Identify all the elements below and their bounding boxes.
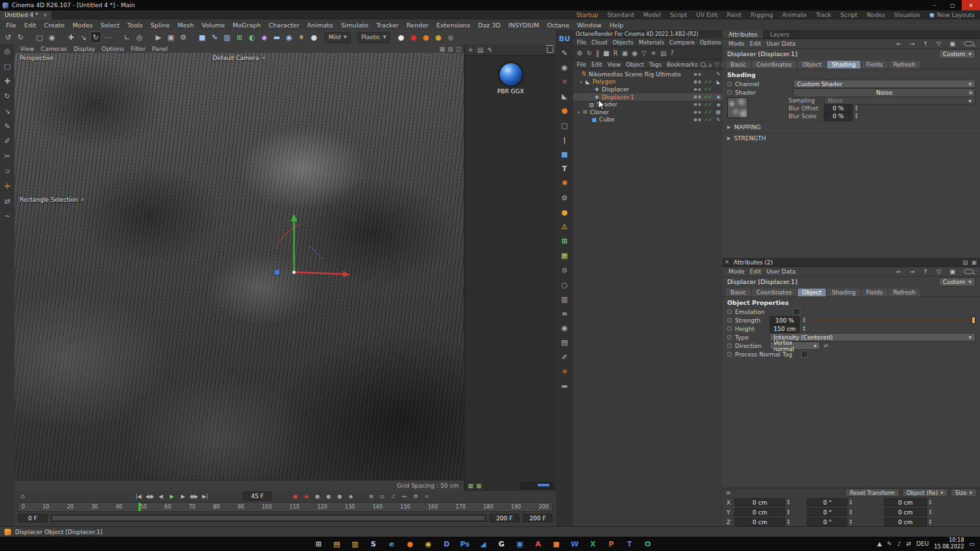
tag-icons[interactable]: ✎ xyxy=(713,71,721,77)
mograph-green-icon[interactable]: ⊞ xyxy=(559,236,570,247)
render-view-icon[interactable]: ▶ xyxy=(153,31,164,43)
play-button[interactable]: ▶ xyxy=(167,492,176,501)
office-icon[interactable]: ■ xyxy=(550,538,563,550)
user-data-menu[interactable]: User Data xyxy=(764,268,798,275)
toggle-view-icon[interactable]: ◫ xyxy=(455,46,461,52)
stepper-icon[interactable]: ▲▼ xyxy=(803,326,805,332)
ruler-icon[interactable]: ◣ xyxy=(559,91,570,102)
blur-scale-field[interactable]: 0 % xyxy=(824,112,853,121)
object-name-label[interactable]: Shader xyxy=(596,101,617,108)
menu-item[interactable]: Window xyxy=(573,22,605,29)
editor-visibility-dot[interactable] xyxy=(694,73,697,76)
axis-band-tool-icon[interactable]: ✛ xyxy=(2,181,12,191)
preset-mild-dropdown[interactable]: Mild▼ xyxy=(325,32,351,43)
lock-panel-icon[interactable]: ▣ xyxy=(947,268,958,275)
reset-transform-button[interactable]: Reset Transform xyxy=(845,488,900,497)
teams-icon[interactable]: T xyxy=(623,538,636,550)
octane-lightmixer-icon[interactable]: ☀ xyxy=(651,50,657,57)
octane-menu-item[interactable]: Options xyxy=(697,39,724,46)
coordinate-system-icon[interactable]: ◎ xyxy=(134,31,145,43)
zoom-tool-icon[interactable]: ◎ xyxy=(2,46,12,55)
redo-icon[interactable]: ↻ xyxy=(15,31,26,43)
selection-tool-icon[interactable]: ▢ xyxy=(34,31,45,43)
select-frame-tool-icon[interactable]: ▢ xyxy=(2,61,12,71)
menu-item[interactable]: Edit xyxy=(20,22,40,29)
view-projection-label[interactable]: Perspective xyxy=(20,55,54,61)
preset-plastic-dropdown[interactable]: Plastic▼ xyxy=(357,32,391,43)
attributes-tab[interactable]: Object xyxy=(798,289,826,296)
editor-visibility-dot[interactable] xyxy=(694,80,697,84)
editor-visibility-dot[interactable] xyxy=(694,111,697,114)
enable-check-icon[interactable]: ✓✓ xyxy=(702,79,711,85)
stepper-icon[interactable]: ▲▼ xyxy=(803,317,805,324)
powerpoint-icon[interactable]: P xyxy=(605,538,617,550)
layout-tab[interactable]: Paint xyxy=(723,12,746,18)
layout-tab[interactable]: Standard xyxy=(602,12,638,18)
attributes-tab[interactable]: Shading xyxy=(827,289,860,296)
viewport-menu-item[interactable]: Panel xyxy=(149,46,171,52)
object-name-label[interactable]: Displacer xyxy=(602,86,629,93)
add-material-icon[interactable]: + xyxy=(468,46,473,54)
octane-menu-item[interactable]: Cloud xyxy=(589,39,610,46)
clapper-icon[interactable]: ▬ xyxy=(559,381,570,392)
orange-ball-icon[interactable]: ● xyxy=(559,206,570,218)
size-field[interactable]: 0 cm xyxy=(884,518,927,526)
close-button[interactable]: ✕ xyxy=(962,0,980,10)
pen-icon[interactable]: ✎ xyxy=(887,541,892,547)
prev-key-button[interactable]: ◀◆ xyxy=(145,492,154,501)
folder-icon[interactable]: ▥ xyxy=(349,538,361,550)
motion-icon[interactable]: ≈ xyxy=(422,492,431,501)
attributes-tab[interactable]: Refresh xyxy=(889,289,920,296)
material-icon[interactable]: ● xyxy=(308,31,319,43)
attributes-tab[interactable]: Fields xyxy=(862,61,887,69)
collapsed-section-row[interactable]: ▶ STRENGTH xyxy=(723,133,980,144)
attributes-tab[interactable]: Refresh xyxy=(889,61,920,69)
record-rotation-icon[interactable]: ● xyxy=(335,492,344,501)
tag-icons[interactable]: ◈ xyxy=(713,102,721,108)
timeline-options-icon[interactable]: ⚙ xyxy=(411,492,420,501)
magnet-tool-icon[interactable]: ⊃ xyxy=(2,166,12,176)
firefox-icon[interactable]: ● xyxy=(404,538,416,550)
stepper-icon[interactable]: ▲▼ xyxy=(849,509,851,516)
viewport-menu-item[interactable]: Display xyxy=(70,46,98,52)
gear-icon[interactable]: ⚙ xyxy=(559,192,570,204)
param-dot-icon[interactable] xyxy=(727,326,732,331)
filter-icon[interactable]: ▽ xyxy=(934,268,944,275)
shader-preview-thumbnail[interactable] xyxy=(727,97,748,118)
mograph-icon[interactable]: ⊞ xyxy=(234,31,245,43)
enable-check-icon[interactable]: ✓✓ xyxy=(702,86,711,92)
slider-handle[interactable] xyxy=(972,317,975,324)
chart-icon[interactable]: ▥ xyxy=(559,293,570,305)
render-visibility-dot[interactable] xyxy=(698,88,702,91)
tray-expand-icon[interactable]: ▲ xyxy=(877,541,882,547)
octane-menu-item[interactable]: File xyxy=(574,39,589,46)
live-selection-icon[interactable]: ◉ xyxy=(46,31,57,43)
position-field[interactable]: 0 cm xyxy=(734,518,785,526)
stepper-icon[interactable]: ▲▼ xyxy=(787,499,789,506)
stepper-icon[interactable]: ▲▼ xyxy=(849,499,851,506)
back-icon[interactable]: ← xyxy=(894,40,904,47)
material-view-icon[interactable]: ▤ xyxy=(477,46,483,54)
process-normal-tag-checkbox[interactable] xyxy=(801,351,808,358)
dock-icon[interactable]: ▤ xyxy=(962,259,968,266)
attributes-tab[interactable]: Basic xyxy=(726,289,751,296)
filter-icon[interactable]: ▽ xyxy=(715,61,719,68)
four-view-icon[interactable]: ▤ xyxy=(448,46,453,52)
enable-check-icon[interactable]: ✓✓ xyxy=(702,94,711,100)
camera-menu-icon[interactable]: ≡ xyxy=(262,55,266,61)
sphere-gold-icon[interactable]: ● xyxy=(433,31,444,43)
forward-icon[interactable]: → xyxy=(907,40,917,47)
volume-icon[interactable]: ♪ xyxy=(897,541,901,547)
octane-help-icon[interactable]: ? xyxy=(670,50,674,57)
attributes-tab[interactable]: Object xyxy=(798,61,826,69)
object-tree-row[interactable]: ▾ ◣ Polygon ✓✓ ◣ xyxy=(573,78,723,86)
primitive-cube-icon[interactable]: ■ xyxy=(197,31,208,43)
parent-icon[interactable]: ↑ xyxy=(921,268,931,275)
range-end-field-2[interactable]: 200 F xyxy=(523,514,553,522)
keyframe-nav-icon[interactable]: ◇ xyxy=(18,492,27,501)
menu-item[interactable]: Create xyxy=(40,22,69,29)
layer-grid-icon[interactable]: ▦ xyxy=(468,482,474,489)
menu-item[interactable]: Volume xyxy=(198,22,229,29)
mode-menu[interactable]: Mode xyxy=(726,40,747,47)
sphere-white-icon[interactable]: ● xyxy=(395,31,406,43)
